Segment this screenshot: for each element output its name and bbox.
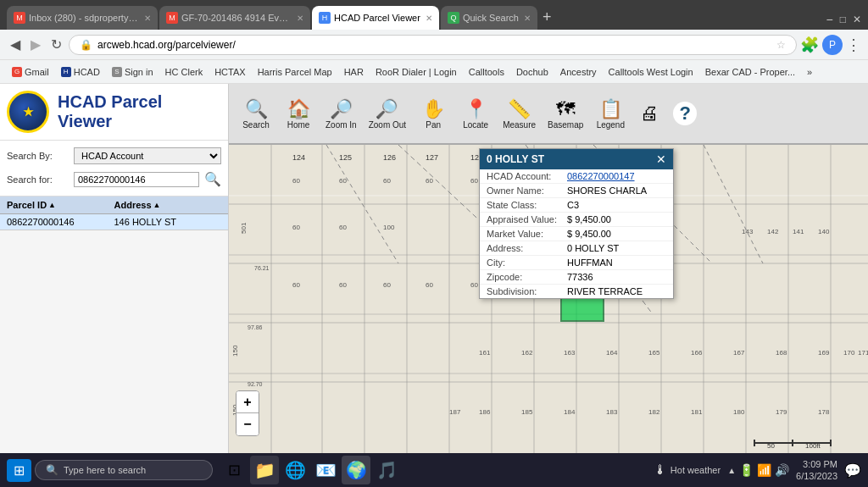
legend-button[interactable]: 📋 Legend bbox=[590, 95, 631, 133]
clock[interactable]: 3:09 PM 6/13/2023 bbox=[796, 458, 837, 483]
pan-label: Pan bbox=[426, 120, 441, 130]
bookmark-calltools[interactable]: Calltools bbox=[464, 65, 509, 79]
bookmark-gmail[interactable]: G Gmail bbox=[7, 65, 54, 79]
info-popup: 0 HOLLY ST ✕ HCAD Account: 0862270000147… bbox=[479, 148, 674, 299]
tab-inbox[interactable]: M Inbox (280) - sdpropertyinvestm... ✕ bbox=[7, 6, 158, 30]
tab-close-1[interactable]: ✕ bbox=[144, 14, 151, 23]
tab-gf[interactable]: M GF-70-201486 4914 Evella Stree... ✕ bbox=[159, 6, 310, 30]
info-value-appraised: $ 9,450.00 bbox=[567, 214, 666, 224]
bookmark-bexar[interactable]: Bexar CAD - Proper... bbox=[700, 65, 800, 79]
table-row[interactable]: 0862270000146 146 HOLLY ST bbox=[0, 214, 228, 230]
tab-label-4: Quick Search bbox=[463, 13, 519, 23]
taskbar-icon-taskview[interactable]: ⊡ bbox=[220, 456, 248, 484]
measure-button[interactable]: 📏 Measure bbox=[498, 95, 541, 133]
svg-text:164: 164 bbox=[606, 349, 618, 357]
zoom-out-button[interactable]: 🔍 Zoom Out bbox=[364, 95, 411, 133]
info-row-address: Address: 0 HOLLY ST bbox=[480, 241, 673, 256]
svg-text:163: 163 bbox=[564, 349, 576, 357]
time-display: 3:09 PM bbox=[803, 458, 837, 470]
maximize-button[interactable]: □ bbox=[840, 14, 846, 25]
map-area[interactable]: 🔍 Search 🏠 Home 🔎 Zoom In 🔍 Zoom Out ✋ P… bbox=[229, 84, 868, 453]
hcad-favicon-bm: H bbox=[61, 67, 71, 77]
bookmark-ancestry[interactable]: Ancestry bbox=[555, 65, 602, 79]
search-button[interactable]: 🔍 bbox=[203, 169, 223, 189]
taskbar-search[interactable]: 🔍 Type here to search bbox=[35, 460, 213, 480]
profile-icon[interactable]: P bbox=[822, 35, 843, 55]
locate-button[interactable]: 📍 Locate bbox=[455, 95, 496, 133]
zoom-controls: + − bbox=[236, 390, 259, 436]
new-tab-button[interactable]: + bbox=[542, 8, 552, 30]
search-tool-button[interactable]: 🔍 Search bbox=[236, 95, 276, 133]
search-for-label: Search for: bbox=[7, 174, 70, 185]
bookmark-har[interactable]: HAR bbox=[339, 65, 369, 79]
address-input[interactable] bbox=[97, 39, 771, 51]
taskbar-icon-explorer[interactable]: 📁 bbox=[250, 456, 279, 484]
info-row-subdivision: Subdivision: RIVER TERRACE bbox=[480, 285, 673, 298]
info-row-account: HCAD Account: 0862270000147 bbox=[480, 169, 673, 184]
info-value-zip: 77336 bbox=[567, 272, 666, 282]
legend-icon: 📋 bbox=[599, 98, 622, 120]
svg-text:169: 169 bbox=[818, 349, 830, 357]
results-header: Parcel ID ▲ Address ▲ bbox=[0, 196, 228, 214]
info-popup-close[interactable]: ✕ bbox=[656, 152, 666, 166]
notification-button[interactable]: 💬 bbox=[844, 462, 861, 479]
parcel-id-col-header[interactable]: Parcel ID ▲ bbox=[7, 200, 114, 210]
signin-favicon: S bbox=[112, 67, 122, 77]
bookmark-roor[interactable]: RooR Dialer | Login bbox=[370, 65, 462, 79]
help-button[interactable]: ? bbox=[668, 98, 702, 129]
taskbar-icon-edge[interactable]: 🌐 bbox=[281, 456, 309, 484]
hcad-logo: ★ bbox=[7, 91, 49, 133]
svg-text:181: 181 bbox=[691, 408, 703, 416]
home-tool-icon: 🏠 bbox=[287, 98, 310, 120]
reload-button[interactable]: ↻ bbox=[47, 35, 65, 54]
print-button[interactable]: 🖨 bbox=[632, 99, 666, 128]
taskbar-icon-mail[interactable]: 📧 bbox=[311, 456, 340, 484]
bookmark-calltools-west[interactable]: Calltools West Login bbox=[604, 65, 698, 79]
home-tool-button[interactable]: 🏠 Home bbox=[278, 95, 319, 133]
bookmark-harris[interactable]: Harris Parcel Map bbox=[253, 65, 337, 79]
tab-close-3[interactable]: ✕ bbox=[426, 14, 432, 23]
extensions-icon[interactable]: 🧩 bbox=[800, 36, 819, 54]
svg-text:125: 125 bbox=[339, 153, 352, 162]
svg-text:185: 185 bbox=[521, 408, 533, 416]
legend-label: Legend bbox=[597, 120, 625, 130]
tab-quick-search[interactable]: Q Quick Search ✕ bbox=[441, 6, 537, 30]
zoom-out-control[interactable]: − bbox=[236, 413, 259, 435]
tab-favicon-3: H bbox=[319, 12, 331, 24]
zoom-in-control[interactable]: + bbox=[236, 391, 259, 413]
search-input[interactable] bbox=[74, 172, 199, 187]
info-value-account[interactable]: 0862270000147 bbox=[567, 171, 666, 181]
tab-label-3: HCAD Parcel Viewer bbox=[334, 13, 420, 23]
address-bar[interactable]: 🔒 ☆ bbox=[69, 35, 797, 55]
bookmark-star-icon[interactable]: ☆ bbox=[776, 39, 786, 51]
pan-button[interactable]: ✋ Pan bbox=[413, 95, 453, 133]
weather-widget[interactable]: 🌡 Hot weather bbox=[654, 462, 721, 478]
taskbar-icon-music[interactable]: 🎵 bbox=[372, 456, 401, 484]
zoom-in-button[interactable]: 🔎 Zoom In bbox=[320, 95, 362, 133]
system-tray[interactable]: ▲ 🔋 📶 🔊 bbox=[727, 463, 789, 477]
info-label-market: Market Value: bbox=[487, 229, 567, 239]
search-by-select[interactable]: HCAD Account bbox=[74, 147, 221, 164]
close-button[interactable]: ✕ bbox=[853, 14, 861, 25]
menu-button[interactable]: ⋮ bbox=[846, 36, 861, 54]
bookmark-signin[interactable]: S Sign in bbox=[107, 65, 159, 79]
basemap-button[interactable]: 🗺 Basemap bbox=[542, 95, 588, 133]
address-col-header[interactable]: Address ▲ bbox=[114, 200, 222, 210]
tab-hcad[interactable]: H HCAD Parcel Viewer ✕ bbox=[312, 6, 439, 30]
back-button[interactable]: ◀ bbox=[7, 35, 24, 54]
start-button[interactable]: ⊞ bbox=[7, 459, 31, 482]
taskbar-icon-chrome[interactable]: 🌍 bbox=[342, 456, 370, 484]
bookmark-hcad[interactable]: H HCAD bbox=[56, 65, 105, 79]
minimize-button[interactable]: − bbox=[826, 13, 833, 26]
tab-close-2[interactable]: ✕ bbox=[297, 14, 303, 23]
bookmark-more[interactable]: » bbox=[802, 65, 817, 79]
zoom-in-label: Zoom In bbox=[326, 120, 357, 130]
forward-button[interactable]: ▶ bbox=[27, 35, 44, 54]
info-row-market: Market Value: $ 9,450.00 bbox=[480, 227, 673, 241]
tab-close-4[interactable]: ✕ bbox=[524, 14, 531, 23]
svg-text:150: 150 bbox=[231, 345, 239, 357]
bookmark-hcclerk[interactable]: HC Clerk bbox=[160, 65, 209, 79]
bookmark-dochub[interactable]: Dochub bbox=[511, 65, 554, 79]
bookmark-hctax[interactable]: HCTAX bbox=[209, 65, 250, 79]
search-for-row: Search for: 🔍 bbox=[7, 169, 221, 189]
